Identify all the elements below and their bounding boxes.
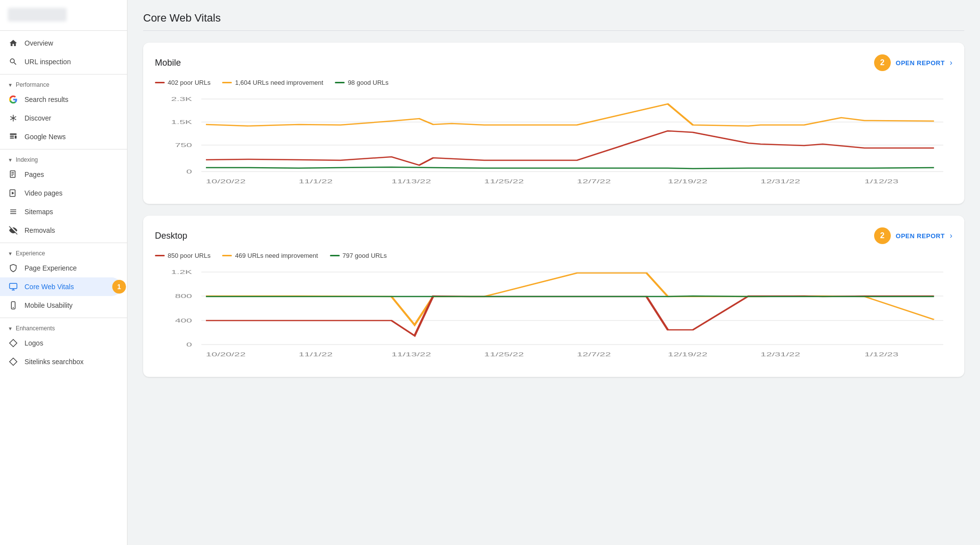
svg-text:12/7/22: 12/7/22 bbox=[577, 178, 611, 185]
svg-rect-1 bbox=[10, 136, 14, 137]
mobile-good-label: 98 good URLs bbox=[348, 79, 388, 86]
sidebar-item-video-pages[interactable]: Video pages bbox=[0, 184, 121, 202]
gauge-icon bbox=[8, 282, 19, 291]
svg-rect-11 bbox=[10, 283, 17, 289]
mobile-chart-svg: 2.3K 1.5K 750 0 10/20/22 11/1/22 11/13/2… bbox=[155, 94, 953, 192]
sidebar-item-pages[interactable]: Pages bbox=[0, 165, 121, 184]
diamond-icon bbox=[8, 339, 19, 347]
sidebar-item-sitemaps[interactable]: Sitemaps bbox=[0, 202, 121, 221]
svg-marker-16 bbox=[10, 340, 17, 347]
sidebar-item-label: Overview bbox=[25, 39, 53, 47]
svg-text:11/1/22: 11/1/22 bbox=[299, 178, 332, 185]
svg-rect-0 bbox=[10, 133, 17, 135]
mobile-card: Mobile 2 OPEN REPORT › 402 poor URLs 1,6… bbox=[143, 43, 964, 204]
desktop-chart: 1.2K 800 400 0 10/20/22 11/1/22 11/13/22… bbox=[155, 267, 953, 365]
svg-text:12/31/22: 12/31/22 bbox=[760, 178, 800, 185]
svg-text:2.3K: 2.3K bbox=[171, 96, 192, 102]
mobile-chart: 2.3K 1.5K 750 0 10/20/22 11/1/22 11/13/2… bbox=[155, 94, 953, 192]
section-enhancements[interactable]: ▼ Enhancements bbox=[0, 321, 127, 334]
sidebar-item-label: Google News bbox=[25, 133, 66, 141]
svg-text:1.2K: 1.2K bbox=[171, 269, 192, 275]
svg-text:10/20/22: 10/20/22 bbox=[206, 351, 246, 358]
section-indexing[interactable]: ▼ Indexing bbox=[0, 152, 127, 165]
desktop-open-report-button[interactable]: 2 OPEN REPORT › bbox=[874, 227, 953, 244]
sidebar-item-label: Logos bbox=[25, 339, 43, 347]
svg-text:11/13/22: 11/13/22 bbox=[391, 351, 431, 358]
desktop-report-badge: 2 bbox=[874, 227, 891, 244]
section-experience[interactable]: ▼ Experience bbox=[0, 246, 127, 259]
doc-icon bbox=[8, 170, 19, 179]
needs-improvement-line bbox=[222, 82, 232, 83]
mobile-green-line bbox=[206, 167, 934, 169]
sidebar-item-label: Core Web Vitals bbox=[25, 283, 74, 291]
sidebar-item-label: Sitemaps bbox=[25, 208, 53, 216]
desktop-legend-needs-improvement: 469 URLs need improvement bbox=[222, 252, 318, 259]
sidebar-item-google-news[interactable]: Google News bbox=[0, 127, 121, 146]
mobile-open-report-label: OPEN REPORT bbox=[896, 59, 945, 67]
svg-text:1/12/23: 1/12/23 bbox=[864, 351, 898, 358]
chevron-right-icon: › bbox=[950, 58, 953, 67]
mobile-legend: 402 poor URLs 1,604 URLs need improvemen… bbox=[155, 79, 953, 86]
google-g-icon bbox=[8, 95, 19, 104]
svg-text:0: 0 bbox=[186, 342, 192, 348]
logo-area bbox=[0, 0, 127, 27]
svg-text:750: 750 bbox=[175, 142, 192, 149]
sidebar-item-discover[interactable]: Discover bbox=[0, 109, 121, 127]
sidebar-item-mobile-usability[interactable]: Mobile Usability bbox=[0, 296, 121, 315]
svg-text:11/1/22: 11/1/22 bbox=[299, 351, 332, 358]
sidebar-item-overview[interactable]: Overview bbox=[0, 34, 121, 52]
sidebar-item-label: URL inspection bbox=[25, 58, 71, 66]
page-title: Core Web Vitals bbox=[143, 12, 964, 25]
sidebar-item-label: Page Experience bbox=[25, 264, 77, 272]
sidebar-item-search-results[interactable]: Search results bbox=[0, 90, 121, 109]
needs-improvement-line bbox=[222, 255, 232, 256]
sidebar-item-url-inspection[interactable]: URL inspection bbox=[0, 52, 121, 71]
svg-marker-17 bbox=[10, 358, 17, 366]
svg-text:12/7/22: 12/7/22 bbox=[577, 351, 611, 358]
desktop-card-header: Desktop 2 OPEN REPORT › bbox=[155, 227, 953, 244]
main-content: Core Web Vitals Mobile 2 OPEN REPORT › 4… bbox=[127, 0, 980, 545]
sidebar-item-sitelinks-searchbox[interactable]: Sitelinks searchbox bbox=[0, 352, 121, 371]
svg-text:1/12/23: 1/12/23 bbox=[864, 178, 898, 185]
svg-text:400: 400 bbox=[175, 318, 192, 324]
sidebar-item-core-web-vitals[interactable]: Core Web Vitals 1 bbox=[0, 277, 121, 296]
desktop-card-title: Desktop bbox=[155, 231, 187, 241]
svg-text:11/25/22: 11/25/22 bbox=[484, 178, 524, 185]
good-line bbox=[335, 82, 345, 83]
svg-text:1.5K: 1.5K bbox=[171, 119, 192, 125]
svg-text:12/31/22: 12/31/22 bbox=[760, 351, 800, 358]
sidebar-item-label: Search results bbox=[25, 96, 68, 103]
logo bbox=[8, 8, 67, 22]
sidebar-item-removals[interactable]: Removals bbox=[0, 221, 121, 240]
sidebar-item-label: Discover bbox=[25, 114, 51, 122]
diamond-search-icon bbox=[8, 357, 19, 366]
desktop-orange-line bbox=[206, 273, 934, 325]
mobile-legend-good: 98 good URLs bbox=[335, 79, 388, 86]
svg-rect-2 bbox=[10, 138, 14, 139]
video-doc-icon bbox=[8, 189, 19, 198]
mobile-card-header: Mobile 2 OPEN REPORT › bbox=[155, 54, 953, 71]
sitemap-icon bbox=[8, 207, 19, 216]
sidebar: Overview URL inspection ▼ Performance Se… bbox=[0, 0, 127, 545]
section-performance[interactable]: ▼ Performance bbox=[0, 77, 127, 90]
content-area: Mobile 2 OPEN REPORT › 402 poor URLs 1,6… bbox=[127, 31, 980, 389]
mobile-orange-line bbox=[206, 104, 934, 126]
news-icon bbox=[8, 132, 19, 141]
sidebar-item-logos[interactable]: Logos bbox=[0, 334, 121, 352]
desktop-needs-label: 469 URLs need improvement bbox=[235, 252, 318, 259]
eye-off-icon bbox=[8, 226, 19, 235]
mobile-open-report-button[interactable]: 2 OPEN REPORT › bbox=[874, 54, 953, 71]
core-web-vitals-badge: 1 bbox=[112, 280, 126, 294]
sidebar-item-label: Sitelinks searchbox bbox=[25, 358, 84, 366]
sidebar-item-label: Removals bbox=[25, 226, 55, 234]
home-icon bbox=[8, 39, 19, 48]
mobile-needs-label: 1,604 URLs need improvement bbox=[235, 79, 323, 86]
desktop-green-line bbox=[206, 296, 934, 297]
mobile-legend-needs-improvement: 1,604 URLs need improvement bbox=[222, 79, 323, 86]
sidebar-item-page-experience[interactable]: Page Experience bbox=[0, 259, 121, 277]
search-icon bbox=[8, 57, 19, 66]
desktop-poor-label: 850 poor URLs bbox=[168, 252, 210, 259]
asterisk-icon bbox=[8, 114, 19, 123]
poor-line bbox=[155, 255, 165, 256]
svg-text:10/20/22: 10/20/22 bbox=[206, 178, 246, 185]
